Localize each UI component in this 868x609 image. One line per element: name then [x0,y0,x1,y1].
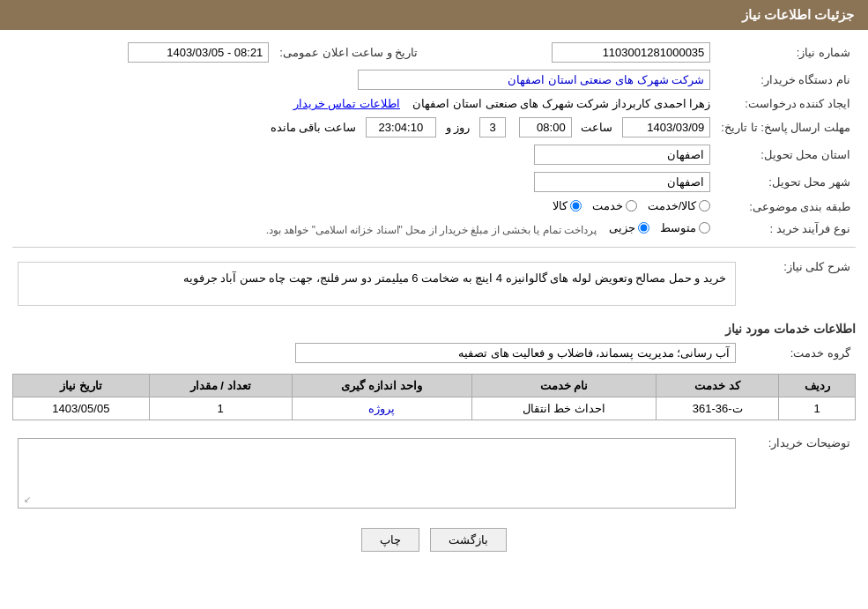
announce-date-value: 1403/03/05 - 08:21 [12,39,274,66]
action-buttons: بازگشت چاپ [12,528,856,552]
col-header-qty: تعداد / مقدار [149,375,292,397]
col-header-unit: واحد اندازه گیری [292,375,471,397]
announce-date-label: تاریخ و ساعت اعلان عمومی: [274,39,423,66]
province-display: اصفهان [534,145,710,165]
need-number-value: 1103001281000035 [423,39,716,66]
need-number-display: 1103001281000035 [552,42,710,63]
buyer-notes-label: توضیحات خریدار: [741,429,856,517]
col-header-name: نام خدمت [471,375,657,397]
creator-display: زهرا احمدی کاربرداز شرکت شهرک های صنعتی … [412,97,710,110]
purchase-type-motavasset: متوسط [660,221,710,234]
category-radio-group: کالا/خدمت خدمت کالا [553,199,711,212]
creator-label: ایجاد کننده درخواست: [716,93,856,114]
print-button[interactable]: چاپ [361,528,419,552]
table-row: 1ت-36-361احداث خط انتقالپروژه11403/05/05 [13,397,856,420]
service-group-label: گروه خدمت: [741,339,856,367]
services-table: ردیف کد خدمت نام خدمت واحد اندازه گیری ت… [12,374,856,420]
purchase-type-jozi: جزیی [609,221,649,234]
remaining-days-label: روز و [446,121,471,134]
announce-date-display: 1403/03/05 - 08:21 [128,42,269,63]
buyer-notes-cell: ↙ [12,429,741,517]
category-kala-khidmat: کالا/خدمت [648,199,711,212]
need-number-label: شماره نیاز: [716,39,856,66]
purchase-type-label: نوع فرآیند خرید : [716,218,856,240]
table-cell-5: 1403/05/05 [13,397,150,420]
remaining-time-label: ساعت باقی مانده [271,121,356,134]
category-label: طبقه بندی موضوعی: [716,196,856,218]
service-group-display: آب رسانی؛ مدیریت پسماند، فاضلاب و فعالیت… [295,343,736,363]
need-summary-label: شرح کلی نیاز: [741,253,856,315]
buyer-org-display: شرکت شهرک های صنعتی استان اصفهان [358,70,710,90]
category-radio-kala[interactable] [570,200,582,212]
category-radio-khidmat[interactable] [626,200,637,212]
table-cell-1: ت-36-361 [657,397,779,420]
buyer-org-value: شرکت شهرک های صنعتی استان اصفهان [12,66,716,93]
table-cell-3: پروژه [292,397,471,420]
col-header-row: ردیف [779,375,856,397]
main-info-table: شماره نیاز: 1103001281000035 تاریخ و ساع… [12,39,856,240]
col-header-code: کد خدمت [657,375,779,397]
purchase-type-row: متوسط جزیی پرداخت تمام یا بخشی از مبلغ خ… [12,218,716,240]
table-cell-2: احداث خط انتقال [471,397,657,420]
deadline-date-display: 1403/03/09 [622,117,710,137]
services-section-title: اطلاعات خدمات مورد نیاز [12,322,856,336]
divider-1 [12,247,856,248]
col-header-date: تاریخ نیاز [13,375,150,397]
province-label: استان محل تحویل: [716,141,856,168]
city-display: اصفهان [534,172,710,192]
page-header: جزئیات اطلاعات نیاز [0,0,868,30]
need-summary-value: خرید و حمل مصالح وتعویض لوله های گالوانی… [12,253,741,315]
category-radio-kala-khidmat[interactable] [699,200,710,212]
service-group-table: گروه خدمت: آب رسانی؛ مدیریت پسماند، فاضل… [12,339,856,367]
deadline-value: 1403/03/09 ساعت 08:00 3 روز و 23:04:10 س… [12,114,716,141]
city-label: شهر محل تحویل: [716,168,856,196]
need-summary-table: شرح کلی نیاز: خرید و حمل مصالح وتعویض لو… [12,253,856,315]
category-radios: کالا/خدمت خدمت کالا [12,196,716,218]
buyer-notes-table: توضیحات خریدار: ↙ [12,429,856,517]
creator-value: زهرا احمدی کاربرداز شرکت شهرک های صنعتی … [12,93,716,114]
purchase-type-radio-motavasset[interactable] [699,222,710,234]
page-title: جزئیات اطلاعات نیاز [742,7,854,22]
deadline-label: مهلت ارسال پاسخ: تا تاریخ: [716,114,856,141]
creator-contact-link[interactable]: اطلاعات تماس خریدار [293,97,400,110]
buyer-org-label: نام دستگاه خریدار: [716,66,856,93]
back-button[interactable]: بازگشت [430,528,507,552]
category-kala: کالا [553,199,582,212]
purchase-type-radio-jozi[interactable] [638,222,649,234]
buyer-notes-box[interactable]: ↙ [18,438,736,509]
remaining-days-display: 3 [479,117,506,137]
service-group-value: آب رسانی؛ مدیریت پسماند، فاضلاب و فعالیت… [12,339,741,367]
deadline-time-display: 08:00 [519,117,572,137]
need-summary-box: خرید و حمل مصالح وتعویض لوله های گالوانی… [18,262,736,306]
remaining-time-display: 23:04:10 [366,117,436,137]
province-value: اصفهان [12,141,716,168]
table-cell-4: 1 [149,397,292,420]
purchase-type-note: پرداخت تمام یا بخشی از مبلغ خریدار از مح… [266,224,597,236]
resize-handle: ↙ [20,495,31,506]
purchase-type-radio-group: متوسط جزیی [609,221,710,234]
deadline-time-label: ساعت [581,121,612,134]
table-cell-0: 1 [779,397,856,420]
category-khidmat: خدمت [592,199,637,212]
city-value: اصفهان [12,168,716,196]
